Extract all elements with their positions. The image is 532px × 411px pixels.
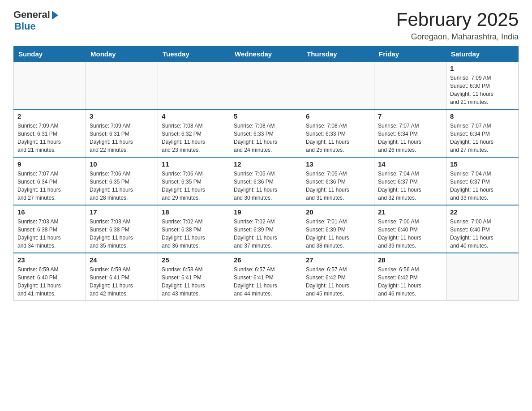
day-number: 19 (234, 208, 298, 216)
table-row: 28Sunrise: 6:56 AMSunset: 6:42 PMDayligh… (374, 253, 446, 301)
calendar-week-row: 23Sunrise: 6:59 AMSunset: 6:40 PMDayligh… (14, 253, 519, 301)
day-info: Sunrise: 7:00 AMSunset: 6:40 PMDaylight:… (450, 218, 515, 250)
day-info: Sunrise: 7:04 AMSunset: 6:37 PMDaylight:… (450, 170, 515, 202)
header-friday: Friday (374, 47, 446, 62)
header-saturday: Saturday (446, 47, 519, 62)
table-row: 3Sunrise: 7:09 AMSunset: 6:31 PMDaylight… (86, 109, 158, 157)
day-info: Sunrise: 6:57 AMSunset: 6:41 PMDaylight:… (234, 265, 298, 298)
day-info: Sunrise: 7:08 AMSunset: 6:33 PMDaylight:… (234, 122, 298, 154)
table-row (86, 62, 158, 110)
table-row: 17Sunrise: 7:03 AMSunset: 6:38 PMDayligh… (86, 205, 158, 253)
day-number: 4 (162, 112, 226, 120)
day-number: 16 (17, 208, 82, 216)
logo-triangle-icon (52, 11, 58, 20)
table-row (230, 62, 302, 110)
table-row: 19Sunrise: 7:02 AMSunset: 6:39 PMDayligh… (230, 205, 302, 253)
day-number: 21 (378, 208, 442, 216)
day-number: 18 (162, 208, 226, 216)
day-info: Sunrise: 6:57 AMSunset: 6:42 PMDaylight:… (306, 265, 370, 298)
calendar-subtitle: Goregaon, Maharashtra, India (396, 32, 519, 42)
table-row: 12Sunrise: 7:05 AMSunset: 6:36 PMDayligh… (230, 157, 302, 205)
table-row: 6Sunrise: 7:08 AMSunset: 6:33 PMDaylight… (302, 109, 374, 157)
header-wednesday: Wednesday (230, 47, 302, 62)
day-info: Sunrise: 7:05 AMSunset: 6:36 PMDaylight:… (234, 170, 298, 202)
day-number: 5 (234, 112, 298, 120)
day-info: Sunrise: 7:06 AMSunset: 6:35 PMDaylight:… (162, 170, 226, 202)
header-thursday: Thursday (302, 47, 374, 62)
day-info: Sunrise: 7:08 AMSunset: 6:32 PMDaylight:… (162, 122, 226, 154)
table-row (14, 62, 86, 110)
day-number: 26 (234, 256, 298, 264)
table-row (302, 62, 374, 110)
header-sunday: Sunday (14, 47, 86, 62)
header-tuesday: Tuesday (158, 47, 230, 62)
table-row: 8Sunrise: 7:07 AMSunset: 6:34 PMDaylight… (446, 109, 519, 157)
day-number: 24 (90, 256, 154, 264)
day-number: 25 (162, 256, 226, 264)
header-monday: Monday (86, 47, 158, 62)
calendar-week-row: 16Sunrise: 7:03 AMSunset: 6:38 PMDayligh… (14, 205, 519, 253)
table-row: 21Sunrise: 7:00 AMSunset: 6:40 PMDayligh… (374, 205, 446, 253)
table-row: 27Sunrise: 6:57 AMSunset: 6:42 PMDayligh… (302, 253, 374, 301)
day-info: Sunrise: 7:04 AMSunset: 6:37 PMDaylight:… (378, 170, 442, 202)
day-info: Sunrise: 7:09 AMSunset: 6:30 PMDaylight:… (450, 74, 515, 106)
day-info: Sunrise: 6:59 AMSunset: 6:40 PMDaylight:… (17, 265, 82, 298)
day-number: 13 (306, 160, 370, 168)
calendar-title: February 2025 (396, 9, 519, 30)
day-number: 20 (306, 208, 370, 216)
table-row: 26Sunrise: 6:57 AMSunset: 6:41 PMDayligh… (230, 253, 302, 301)
table-row (158, 62, 230, 110)
table-row: 20Sunrise: 7:01 AMSunset: 6:39 PMDayligh… (302, 205, 374, 253)
calendar-week-row: 2Sunrise: 7:09 AMSunset: 6:31 PMDaylight… (14, 109, 519, 157)
day-number: 14 (378, 160, 442, 168)
day-info: Sunrise: 6:58 AMSunset: 6:41 PMDaylight:… (162, 265, 226, 298)
table-row (446, 253, 519, 301)
table-row: 14Sunrise: 7:04 AMSunset: 6:37 PMDayligh… (374, 157, 446, 205)
day-number: 27 (306, 256, 370, 264)
day-number: 11 (162, 160, 226, 168)
day-number: 28 (378, 256, 442, 264)
day-number: 2 (17, 112, 82, 120)
day-number: 9 (17, 160, 82, 168)
table-row: 16Sunrise: 7:03 AMSunset: 6:38 PMDayligh… (14, 205, 86, 253)
day-number: 1 (450, 64, 515, 72)
calendar-week-row: 9Sunrise: 7:07 AMSunset: 6:34 PMDaylight… (14, 157, 519, 205)
day-number: 23 (17, 256, 82, 264)
day-info: Sunrise: 7:09 AMSunset: 6:31 PMDaylight:… (90, 122, 154, 154)
day-info: Sunrise: 6:59 AMSunset: 6:41 PMDaylight:… (90, 265, 154, 298)
day-info: Sunrise: 6:56 AMSunset: 6:42 PMDaylight:… (378, 265, 442, 298)
day-info: Sunrise: 7:02 AMSunset: 6:38 PMDaylight:… (162, 218, 226, 250)
day-info: Sunrise: 7:07 AMSunset: 6:34 PMDaylight:… (450, 122, 515, 154)
day-number: 8 (450, 112, 515, 120)
day-info: Sunrise: 7:08 AMSunset: 6:33 PMDaylight:… (306, 122, 370, 154)
logo-general-text: General (13, 9, 50, 21)
day-info: Sunrise: 7:07 AMSunset: 6:34 PMDaylight:… (378, 122, 442, 154)
table-row: 23Sunrise: 6:59 AMSunset: 6:40 PMDayligh… (14, 253, 86, 301)
table-row: 22Sunrise: 7:00 AMSunset: 6:40 PMDayligh… (446, 205, 519, 253)
table-row: 5Sunrise: 7:08 AMSunset: 6:33 PMDaylight… (230, 109, 302, 157)
calendar-week-row: 1Sunrise: 7:09 AMSunset: 6:30 PMDaylight… (14, 62, 519, 110)
table-row: 24Sunrise: 6:59 AMSunset: 6:41 PMDayligh… (86, 253, 158, 301)
page-header: General Blue February 2025 Goregaon, Mah… (13, 9, 519, 42)
day-info: Sunrise: 7:07 AMSunset: 6:34 PMDaylight:… (17, 170, 82, 202)
day-info: Sunrise: 7:09 AMSunset: 6:31 PMDaylight:… (17, 122, 82, 154)
table-row: 9Sunrise: 7:07 AMSunset: 6:34 PMDaylight… (14, 157, 86, 205)
day-info: Sunrise: 7:03 AMSunset: 6:38 PMDaylight:… (17, 218, 82, 250)
table-row: 1Sunrise: 7:09 AMSunset: 6:30 PMDaylight… (446, 62, 519, 110)
table-row: 11Sunrise: 7:06 AMSunset: 6:35 PMDayligh… (158, 157, 230, 205)
table-row: 13Sunrise: 7:05 AMSunset: 6:36 PMDayligh… (302, 157, 374, 205)
logo: General Blue (13, 9, 58, 32)
day-info: Sunrise: 7:06 AMSunset: 6:35 PMDaylight:… (90, 170, 154, 202)
day-info: Sunrise: 7:00 AMSunset: 6:40 PMDaylight:… (378, 218, 442, 250)
day-info: Sunrise: 7:01 AMSunset: 6:39 PMDaylight:… (306, 218, 370, 250)
table-row: 25Sunrise: 6:58 AMSunset: 6:41 PMDayligh… (158, 253, 230, 301)
day-number: 17 (90, 208, 154, 216)
table-row: 18Sunrise: 7:02 AMSunset: 6:38 PMDayligh… (158, 205, 230, 253)
day-info: Sunrise: 7:03 AMSunset: 6:38 PMDaylight:… (90, 218, 154, 250)
table-row: 7Sunrise: 7:07 AMSunset: 6:34 PMDaylight… (374, 109, 446, 157)
table-row: 10Sunrise: 7:06 AMSunset: 6:35 PMDayligh… (86, 157, 158, 205)
day-number: 10 (90, 160, 154, 168)
day-number: 3 (90, 112, 154, 120)
day-number: 22 (450, 208, 515, 216)
day-number: 6 (306, 112, 370, 120)
